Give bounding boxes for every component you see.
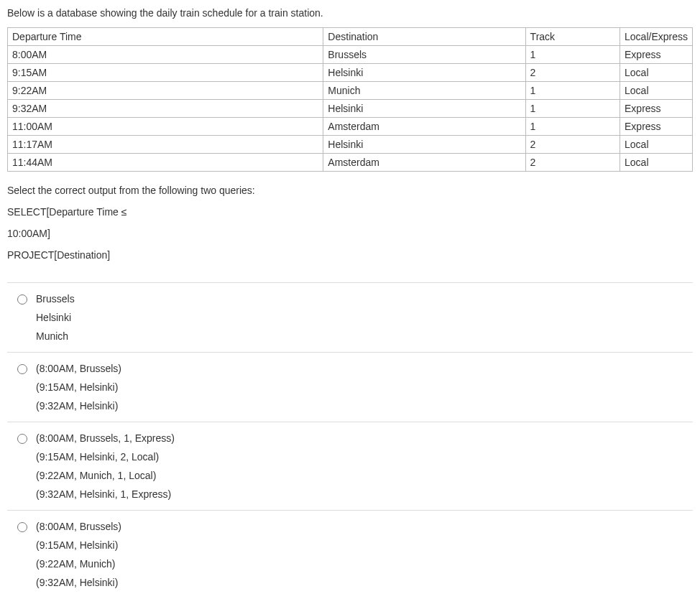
option-line: (9:15AM, Helsinki) [36,381,693,393]
option-block: BrusselsHelsinkiMunich [7,282,693,352]
option-line: (9:32AM, Helsinki) [36,577,693,588]
table-cell: Local [620,82,693,100]
option-content: (8:00AM, Brussels, 1, Express)(9:15AM, H… [36,432,693,500]
table-cell: 9:32AM [8,100,323,118]
header-track: Track [525,28,620,46]
radio-wrap [17,293,27,307]
table-cell: 2 [525,64,620,82]
table-cell: Local [620,154,693,172]
table-cell: Local [620,64,693,82]
options-container: BrusselsHelsinkiMunich(8:00AM, Brussels)… [7,282,693,598]
table-cell: Amsterdam [323,154,525,172]
table-cell: Express [620,118,693,136]
radio-wrap [17,432,27,446]
table-cell: 1 [525,100,620,118]
table-row: 9:22AMMunich1Local [8,82,693,100]
option-line: (9:22AM, Munich) [36,558,693,570]
option-block: (8:00AM, Brussels, 1, Express)(9:15AM, H… [7,422,693,510]
query-line: 10:00AM] [7,228,693,239]
option-line: Helsinki [36,312,693,323]
table-row: 11:00AMAmsterdam1Express [8,118,693,136]
radio-wrap [17,363,27,376]
table-cell: 11:44AM [8,154,323,172]
table-cell: Helsinki [323,64,525,82]
table-cell: 2 [525,154,620,172]
option-line: (9:32AM, Helsinki) [36,400,693,412]
table-row: 9:32AMHelsinki1Express [8,100,693,118]
option-radio[interactable] [17,364,27,374]
option-radio[interactable] [17,434,27,444]
option-line: (9:32AM, Helsinki, 1, Express) [36,488,693,500]
option-radio[interactable] [17,522,27,532]
option-block: (8:00AM, Brussels)(9:15AM, Helsinki)(9:2… [7,510,693,598]
table-cell: Local [620,136,693,154]
option-radio[interactable] [17,294,27,305]
table-cell: Helsinki [323,100,525,118]
table-cell: 9:22AM [8,82,323,100]
option-content: (8:00AM, Brussels)(9:15AM, Helsinki)(9:3… [36,363,693,412]
table-row: 11:44AMAmsterdam2Local [8,154,693,172]
intro-text: Below is a database showing the daily tr… [7,7,693,19]
option-line: Munich [36,330,693,342]
query-block: SELECT[Departure Time ≤10:00AM]PROJECT[D… [7,206,693,261]
table-cell: Amsterdam [323,118,525,136]
table-cell: Brussels [323,46,525,64]
option-content: BrusselsHelsinkiMunich [36,293,693,342]
schedule-table: Departure Time Destination Track Local/E… [7,27,693,172]
table-cell: 11:00AM [8,118,323,136]
query-line: PROJECT[Destination] [7,249,693,261]
header-destination: Destination [323,28,525,46]
table-row: 9:15AMHelsinki2Local [8,64,693,82]
table-cell: 1 [525,118,620,136]
option-content: (8:00AM, Brussels)(9:15AM, Helsinki)(9:2… [36,521,693,588]
table-row: 8:00AMBrussels1Express [8,46,693,64]
table-row: 11:17AMHelsinki2Local [8,136,693,154]
question-text: Select the correct output from the follo… [7,185,693,196]
option-line: (8:00AM, Brussels) [36,363,693,374]
table-header-row: Departure Time Destination Track Local/E… [8,28,693,46]
option-line: (8:00AM, Brussels) [36,521,693,532]
option-line: (9:22AM, Munich, 1, Local) [36,470,693,481]
table-cell: 8:00AM [8,46,323,64]
table-cell: Express [620,100,693,118]
option-line: (9:15AM, Helsinki, 2, Local) [36,451,693,463]
radio-wrap [17,521,27,534]
table-cell: 1 [525,46,620,64]
option-line: Brussels [36,293,693,305]
table-cell: 11:17AM [8,136,323,154]
option-block: (8:00AM, Brussels)(9:15AM, Helsinki)(9:3… [7,352,693,422]
table-body: 8:00AMBrussels1Express9:15AMHelsinki2Loc… [8,46,693,172]
table-cell: 2 [525,136,620,154]
table-cell: 1 [525,82,620,100]
option-line: (8:00AM, Brussels, 1, Express) [36,432,693,444]
table-cell: 9:15AM [8,64,323,82]
table-cell: Helsinki [323,136,525,154]
table-cell: Munich [323,82,525,100]
header-type: Local/Express [620,28,693,46]
header-departure: Departure Time [8,28,323,46]
option-line: (9:15AM, Helsinki) [36,539,693,551]
query-line: SELECT[Departure Time ≤ [7,206,693,218]
table-cell: Express [620,46,693,64]
